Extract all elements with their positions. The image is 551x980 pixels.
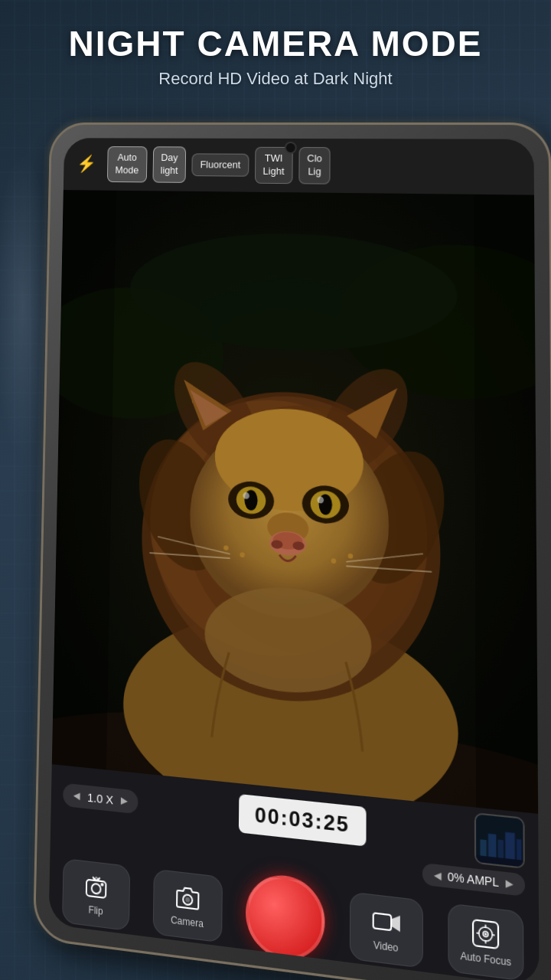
flash-icon[interactable]: ⚡ bbox=[70, 152, 102, 177]
record-button[interactable] bbox=[246, 871, 325, 965]
autofocus-label: Auto Focus bbox=[460, 950, 511, 969]
zoom-control[interactable]: ◀ 1.0 X ▶ bbox=[63, 782, 139, 814]
svg-line-64 bbox=[476, 933, 479, 934]
camera-icon bbox=[173, 882, 201, 915]
svg-rect-45 bbox=[474, 194, 539, 814]
timer-display: 00:03:25 bbox=[239, 794, 366, 846]
front-camera bbox=[285, 142, 297, 154]
svg-point-57 bbox=[185, 897, 190, 903]
flip-button[interactable]: Flip bbox=[62, 858, 130, 931]
svg-rect-48 bbox=[488, 834, 497, 858]
wb-btn-fluorescent[interactable]: Fluorcent bbox=[192, 153, 249, 177]
video-thumbnail[interactable] bbox=[474, 812, 525, 869]
svg-rect-50 bbox=[505, 832, 515, 860]
wb-btn-cloudy[interactable]: CloLig bbox=[298, 147, 331, 184]
svg-rect-49 bbox=[498, 840, 504, 859]
ampl-decrease[interactable]: ◀ bbox=[433, 869, 441, 882]
video-label: Video bbox=[373, 939, 399, 955]
wb-btn-daylight[interactable]: Daylight bbox=[152, 146, 187, 182]
video-button[interactable]: Video bbox=[349, 892, 422, 969]
zoom-value: 1.0 X bbox=[87, 790, 113, 806]
app-subtitle: Record HD Video at Dark Night bbox=[0, 69, 551, 89]
autofocus-icon bbox=[471, 916, 501, 951]
svg-rect-43 bbox=[52, 190, 538, 814]
zoom-increase[interactable]: ▶ bbox=[121, 795, 128, 807]
amplifier-control[interactable]: ◀ 0% AMPL ▶ bbox=[422, 863, 525, 897]
lion-preview bbox=[52, 190, 538, 814]
app-header: NIGHT CAMERA MODE Record HD Video at Dar… bbox=[0, 23, 551, 89]
app-title: NIGHT CAMERA MODE bbox=[0, 23, 551, 64]
svg-rect-51 bbox=[517, 839, 522, 861]
svg-point-66 bbox=[484, 933, 487, 936]
zoom-decrease[interactable]: ◀ bbox=[73, 789, 80, 802]
phone-body: ⚡ AutoMode Daylight Fluorcent TWILight C… bbox=[33, 122, 551, 980]
camera-viewfinder bbox=[52, 190, 538, 814]
flip-icon bbox=[83, 871, 110, 903]
ampl-increase[interactable]: ▶ bbox=[506, 877, 514, 890]
svg-rect-58 bbox=[373, 913, 390, 930]
camera-button[interactable]: Camera bbox=[152, 869, 222, 943]
svg-line-65 bbox=[491, 935, 494, 936]
white-balance-bar: ⚡ AutoMode Daylight Fluorcent TWILight C… bbox=[64, 138, 534, 194]
wb-btn-auto[interactable]: AutoMode bbox=[107, 146, 147, 182]
flip-label: Flip bbox=[89, 904, 103, 917]
camera-label: Camera bbox=[171, 914, 204, 929]
svg-point-55 bbox=[101, 883, 104, 887]
svg-point-54 bbox=[92, 884, 101, 894]
svg-rect-44 bbox=[52, 190, 116, 769]
autofocus-button[interactable]: Auto Focus bbox=[448, 903, 523, 980]
svg-rect-53 bbox=[86, 880, 106, 898]
svg-rect-47 bbox=[480, 839, 487, 856]
ampl-value: 0% AMPL bbox=[448, 870, 499, 889]
video-icon bbox=[371, 905, 400, 939]
phone-screen: ⚡ AutoMode Daylight Fluorcent TWILight C… bbox=[49, 138, 540, 980]
phone-mockup: ⚡ AutoMode Daylight Fluorcent TWILight C… bbox=[33, 122, 551, 980]
